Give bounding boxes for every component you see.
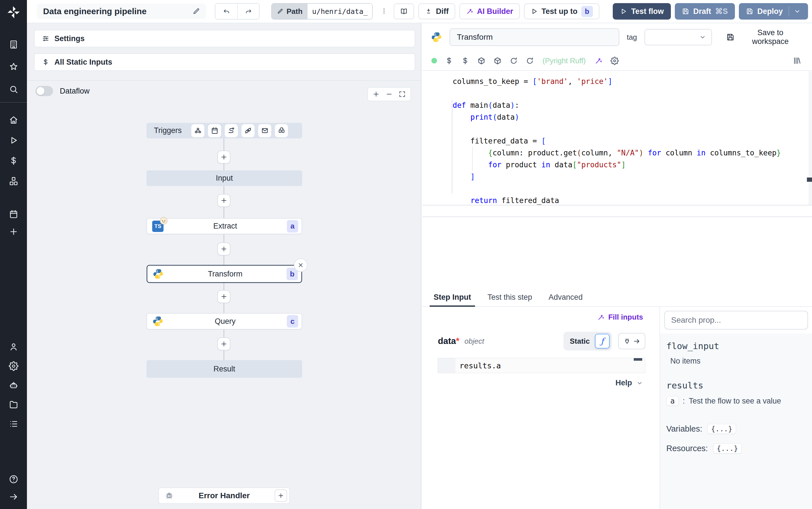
- tag-select[interactable]: [644, 29, 712, 45]
- mail-icon[interactable]: [258, 124, 271, 137]
- remove-step-button[interactable]: [294, 258, 307, 272]
- dollar-icon[interactable]: [9, 156, 19, 166]
- panel-resize-handle[interactable]: [807, 177, 812, 182]
- deploy-button[interactable]: Deploy: [739, 3, 808, 20]
- windmill-logo[interactable]: [6, 4, 21, 20]
- flow-settings-button[interactable]: Settings: [34, 30, 415, 47]
- zoom-out-button[interactable]: [385, 91, 393, 98]
- add-step-button[interactable]: [217, 242, 230, 256]
- fill-inputs-button[interactable]: Fill inputs: [595, 312, 645, 322]
- input-node[interactable]: Input: [147, 170, 302, 186]
- webhook-icon[interactable]: [191, 124, 205, 137]
- gear-icon[interactable]: [9, 361, 19, 371]
- robot-icon[interactable]: [9, 380, 19, 390]
- search-icon[interactable]: [9, 84, 19, 94]
- more-options-button[interactable]: [379, 6, 390, 17]
- error-handler-node[interactable]: Error Handler: [158, 487, 290, 504]
- help-dropdown[interactable]: Help: [614, 378, 645, 387]
- route-icon[interactable]: [225, 124, 238, 137]
- gear-icon[interactable]: [611, 57, 619, 65]
- result-node[interactable]: Result: [147, 360, 302, 378]
- dollar-icon[interactable]: [461, 57, 469, 65]
- code-line[interactable]: {column: product.get(column, "N/A") for …: [453, 147, 805, 159]
- plus-icon[interactable]: [9, 227, 19, 237]
- code-line[interactable]: filtered_data = [: [453, 135, 805, 147]
- path-button[interactable]: Path u/henri/data_: [271, 3, 373, 20]
- resources-chip[interactable]: {...}: [713, 443, 742, 453]
- chevron-down-icon[interactable]: [793, 8, 801, 15]
- undo-button[interactable]: [215, 4, 237, 19]
- package-icon[interactable]: [493, 57, 502, 65]
- user-icon[interactable]: [9, 342, 19, 352]
- wand-icon[interactable]: [594, 57, 602, 65]
- arrow-right-icon[interactable]: [9, 492, 19, 502]
- star-icon[interactable]: [9, 62, 19, 72]
- add-step-button[interactable]: [217, 150, 230, 164]
- dollar-icon[interactable]: [445, 57, 453, 65]
- result-key-chip[interactable]: a: [666, 396, 679, 406]
- code-line[interactable]: [453, 182, 805, 195]
- code-line[interactable]: def main(data):: [453, 99, 805, 111]
- help-icon[interactable]: [9, 474, 19, 484]
- expression-value[interactable]: results.a: [455, 361, 501, 370]
- tab-step-input[interactable]: Step Input: [434, 293, 471, 306]
- zoom-in-button[interactable]: [372, 91, 380, 98]
- test-flow-button[interactable]: Test flow: [613, 3, 671, 20]
- code-line[interactable]: columns_to_keep = ['brand', 'price']: [453, 75, 805, 87]
- path-value[interactable]: u/henri/data_: [307, 4, 372, 19]
- add-step-button[interactable]: [217, 337, 230, 350]
- step-name-input[interactable]: [449, 28, 619, 46]
- save-to-workspace-button[interactable]: Save to workspace: [725, 28, 804, 46]
- cubes-icon[interactable]: [9, 176, 19, 186]
- add-error-handler-button[interactable]: [274, 489, 287, 502]
- code-line[interactable]: ]: [453, 171, 805, 182]
- code-editor[interactable]: columns_to_keep = ['brand', 'price'] def…: [422, 71, 812, 205]
- plug-icon[interactable]: [242, 124, 255, 137]
- list-icon[interactable]: [9, 419, 19, 429]
- tab-advanced[interactable]: Advanced: [549, 293, 583, 306]
- variables-chip[interactable]: {...}: [707, 424, 736, 434]
- redo-button[interactable]: [237, 4, 259, 19]
- code-line[interactable]: [453, 87, 805, 99]
- draft-button[interactable]: Draft ⌘S: [675, 3, 735, 20]
- step-node-query[interactable]: Query c: [147, 313, 302, 330]
- ai-builder-button[interactable]: AI Builder: [459, 3, 520, 19]
- tab-test-this-step[interactable]: Test this step: [487, 293, 532, 306]
- refresh-icon[interactable]: [510, 57, 518, 65]
- library-icon[interactable]: [791, 56, 803, 65]
- prop-search-input[interactable]: [664, 311, 808, 330]
- code-line[interactable]: print(data): [453, 111, 805, 123]
- triggers-bar[interactable]: Triggers: [147, 123, 302, 138]
- refresh-icon[interactable]: [526, 57, 534, 65]
- path-edit-segment[interactable]: Path: [272, 4, 307, 19]
- edit-title-icon[interactable]: [192, 8, 200, 15]
- dataflow-toggle[interactable]: [35, 86, 53, 96]
- code-content[interactable]: columns_to_keep = ['brand', 'price'] def…: [453, 75, 805, 206]
- folder-icon[interactable]: [9, 400, 19, 409]
- all-static-inputs-button[interactable]: All Static Inputs: [34, 53, 415, 71]
- package-icon[interactable]: [477, 57, 485, 65]
- flow-canvas[interactable]: Settings All Static Inputs Dataflow Trig…: [27, 23, 421, 509]
- diff-button[interactable]: Diff: [418, 3, 455, 19]
- results-section-title[interactable]: results: [666, 380, 806, 391]
- test-up-to-button[interactable]: Test up to b: [524, 3, 599, 19]
- add-step-button[interactable]: [217, 290, 230, 303]
- play-icon[interactable]: [9, 136, 19, 145]
- docs-button[interactable]: [394, 3, 414, 19]
- editor-scrollbar[interactable]: [809, 71, 812, 205]
- home-icon[interactable]: [9, 115, 19, 125]
- code-line[interactable]: [453, 123, 805, 135]
- flow-input-section-title[interactable]: flow_input: [666, 341, 806, 351]
- calendar-icon[interactable]: [9, 209, 19, 219]
- calendar-icon[interactable]: [208, 124, 221, 137]
- fit-view-button[interactable]: [399, 91, 406, 98]
- expression-mode-option[interactable]: ƒ: [595, 334, 610, 348]
- poll-icon[interactable]: [275, 124, 288, 137]
- building-icon[interactable]: [9, 40, 19, 49]
- static-mode-option[interactable]: Static: [570, 337, 590, 346]
- connect-input-button[interactable]: [618, 333, 645, 349]
- step-node-extract[interactable]: TS Extract a: [147, 218, 302, 234]
- add-step-button[interactable]: [217, 194, 230, 207]
- step-node-transform-selected[interactable]: Transform b: [147, 265, 302, 283]
- expression-editor[interactable]: results.a: [438, 358, 645, 373]
